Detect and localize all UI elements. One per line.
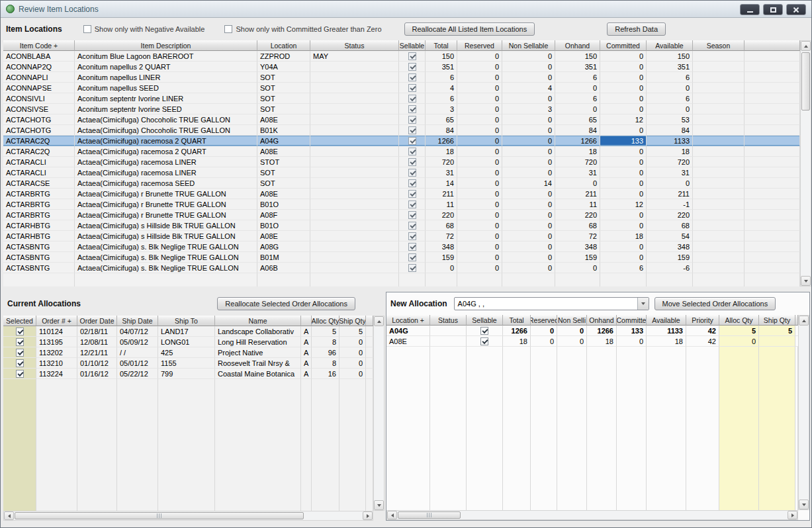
cell-season[interactable]: [693, 263, 744, 273]
cell-alloc-qty[interactable]: 96: [312, 347, 339, 358]
cell-ship-to[interactable]: LONG01: [158, 337, 215, 347]
cell-ship-date[interactable]: 05/09/12: [117, 337, 158, 347]
column-header[interactable]: Selected: [3, 316, 36, 326]
cell-order-number[interactable]: 113210: [36, 358, 77, 369]
cell-description[interactable]: Aconitum napellus 2 QUART: [75, 62, 257, 72]
cell-season[interactable]: [693, 189, 744, 199]
cell-non-sellable[interactable]: 0: [502, 62, 555, 72]
checkbox[interactable]: [408, 190, 416, 198]
cell-season[interactable]: [693, 242, 744, 252]
cell-reserved[interactable]: 0: [457, 136, 502, 146]
cell-order-number[interactable]: 110124: [36, 326, 77, 337]
cell-sellable[interactable]: [399, 136, 426, 146]
column-header[interactable]: Status: [430, 315, 467, 326]
cell-committed[interactable]: 0: [600, 146, 647, 157]
cell-total[interactable]: 150: [426, 51, 457, 62]
cell-selected[interactable]: [3, 358, 36, 369]
checkbox[interactable]: [408, 253, 416, 261]
checkbox[interactable]: [408, 222, 416, 230]
cell-ship-qty[interactable]: 5: [759, 326, 795, 336]
cell-item-code[interactable]: ACTASBNTG: [3, 252, 75, 263]
cell-status[interactable]: [310, 189, 399, 199]
cell-status[interactable]: [310, 178, 399, 189]
cell-filler[interactable]: [744, 136, 800, 146]
cell-onhand[interactable]: 159: [555, 252, 600, 263]
cell-reserved[interactable]: 0: [457, 114, 502, 125]
cell-sellable[interactable]: [399, 242, 426, 252]
cell-season[interactable]: [693, 83, 744, 93]
column-header[interactable]: Priority: [686, 315, 719, 326]
checkbox[interactable]: [408, 84, 416, 92]
cell-status[interactable]: [310, 210, 399, 220]
cell-name[interactable]: Long Hill Reservation: [215, 337, 301, 347]
cell-name[interactable]: Roosevelt Trail Nrsy &: [215, 358, 301, 369]
cell-season[interactable]: [693, 62, 744, 72]
cell-order-date[interactable]: 02/18/11: [77, 326, 117, 337]
cell-reserved[interactable]: 0: [457, 242, 502, 252]
column-header[interactable]: Season: [693, 40, 744, 51]
cell-total[interactable]: 31: [426, 167, 457, 178]
cell-reserved[interactable]: 0: [457, 220, 502, 231]
cell-total[interactable]: 72: [426, 231, 457, 242]
column-header[interactable]: Status: [310, 40, 399, 51]
cell-location[interactable]: STOT: [257, 157, 310, 167]
new-location-dropdown[interactable]: A04G , ,: [454, 297, 649, 310]
cell-available[interactable]: 0: [647, 104, 693, 114]
column-header[interactable]: Sellable: [399, 40, 426, 51]
cell-sellable[interactable]: [399, 146, 426, 157]
cell-location[interactable]: SOT: [257, 104, 310, 114]
cell-alloc-qty[interactable]: 16: [312, 369, 339, 379]
cell-location[interactable]: B01M: [257, 252, 310, 263]
checkbox[interactable]: [16, 359, 24, 367]
cell-ship-to[interactable]: LAND17: [158, 326, 215, 337]
cell-description[interactable]: Actaea(Cimicifuga) r Brunette TRUE GALLO…: [75, 199, 257, 210]
cell-non-sellable[interactable]: 0: [557, 326, 587, 336]
cell-onhand[interactable]: 348: [555, 242, 600, 252]
refresh-data-button[interactable]: Refresh Data: [607, 22, 666, 36]
checkbox[interactable]: [408, 264, 416, 272]
cell-description[interactable]: Actaea(Cimicifuga) racemosa 2 QUART: [75, 136, 257, 146]
column-header[interactable]: Sellable: [467, 315, 503, 326]
column-header[interactable]: Order Date: [77, 316, 117, 326]
cell-total[interactable]: 84: [426, 125, 457, 136]
column-header[interactable]: Onhand: [555, 40, 600, 51]
cell-location[interactable]: A08E: [257, 231, 310, 242]
cell-reserved[interactable]: 0: [457, 83, 502, 93]
allocations-vertical-scrollbar[interactable]: [373, 316, 384, 511]
checkbox[interactable]: [408, 158, 416, 166]
cell-onhand[interactable]: 0: [555, 104, 600, 114]
cell-location[interactable]: A08F: [257, 210, 310, 220]
close-button[interactable]: [786, 4, 806, 15]
cell-committed[interactable]: 0: [600, 72, 647, 83]
cell-ship-qty[interactable]: 0: [339, 369, 366, 379]
column-header[interactable]: Onhand: [587, 315, 617, 326]
cell-non-sellable[interactable]: 0: [502, 231, 555, 242]
cell-filler[interactable]: [366, 358, 373, 369]
cell-location[interactable]: SOT: [257, 83, 310, 93]
cell-season[interactable]: [693, 178, 744, 189]
current-allocations-grid[interactable]: SelectedOrder # +Order DateShip DateShip…: [3, 316, 373, 511]
cell-reserved[interactable]: 0: [457, 189, 502, 199]
column-header[interactable]: Non Sellable: [502, 40, 555, 51]
cell-selected[interactable]: [3, 369, 36, 379]
cell-item-code[interactable]: ACTARBRTG: [3, 189, 75, 199]
cell-reserved[interactable]: 0: [457, 178, 502, 189]
scroll-right-arrow[interactable]: [788, 511, 797, 519]
cell-available[interactable]: 0: [647, 178, 693, 189]
cell-total[interactable]: 6: [426, 93, 457, 104]
cell-available[interactable]: 18: [647, 336, 686, 347]
column-header[interactable]: [744, 40, 800, 51]
cell-available[interactable]: -6: [647, 263, 693, 273]
checkbox[interactable]: [408, 243, 416, 251]
column-header[interactable]: Alloc Qty: [719, 315, 759, 326]
cell-reserved[interactable]: 0: [531, 336, 557, 347]
cell-filler[interactable]: [744, 263, 800, 273]
cell-committed[interactable]: 0: [600, 178, 647, 189]
cell-available[interactable]: 18: [647, 146, 693, 157]
cell-season[interactable]: [693, 220, 744, 231]
cell-ship-to[interactable]: 799: [158, 369, 215, 379]
cell-ship-date[interactable]: / /: [117, 347, 158, 358]
column-header[interactable]: Non Selli: [557, 315, 587, 326]
cell-item-code[interactable]: ACTARAC2Q: [3, 146, 75, 157]
cell-non-sellable[interactable]: 0: [502, 242, 555, 252]
